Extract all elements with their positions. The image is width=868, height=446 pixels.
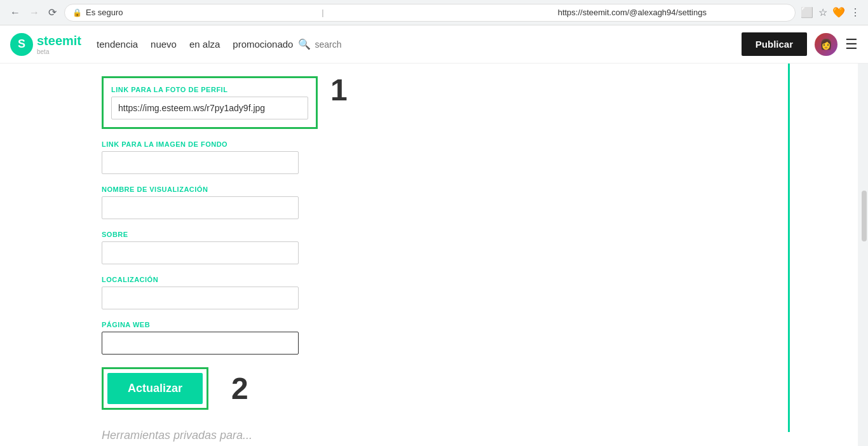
site-nav: S steemit beta tendencia nuevo en alza p… — [0, 25, 868, 64]
background-image-input[interactable] — [102, 151, 299, 174]
location-label: LOCALIZACIÓN — [102, 276, 718, 283]
browser-chrome: ← → ⟳ 🔒 Es seguro | https://steemit.com/… — [0, 0, 868, 25]
avatar[interactable]: 👩 — [815, 33, 837, 56]
nav-en-alza[interactable]: en alza — [189, 39, 220, 50]
search-input[interactable] — [315, 39, 365, 50]
back-button[interactable]: ← — [8, 6, 23, 20]
background-image-section: LINK PARA LA IMAGEN DE FONDO — [102, 140, 718, 174]
scrollbar-thumb[interactable] — [862, 191, 867, 241]
profile-photo-highlight: LINK PARA LA FOTO DE PERFIL — [102, 76, 318, 129]
about-input[interactable] — [102, 241, 299, 264]
right-sidebar — [756, 64, 858, 446]
display-name-label: NOMBRE DE VISUALIZACIÓN — [102, 186, 718, 193]
profile-photo-input[interactable] — [111, 97, 308, 119]
profile-photo-label: LINK PARA LA FOTO DE PERFIL — [111, 86, 308, 93]
update-button[interactable]: Actualizar — [107, 373, 203, 404]
display-name-section: NOMBRE DE VISUALIZACIÓN — [102, 186, 718, 219]
url-text: Es seguro — [86, 8, 315, 17]
logo-name: steemit — [37, 34, 81, 48]
location-input[interactable] — [102, 287, 299, 309]
about-section: SOBRE — [102, 231, 718, 264]
scrollbar-area[interactable] — [858, 64, 868, 446]
nav-links: tendencia nuevo en alza promocionado — [97, 39, 293, 50]
publish-button[interactable]: Publicar — [742, 32, 807, 56]
nav-tendencia[interactable]: tendencia — [97, 39, 138, 50]
about-label: SOBRE — [102, 231, 718, 238]
forward-button[interactable]: → — [27, 6, 42, 20]
footer-text: Herramientas privadas para... — [102, 429, 718, 442]
website-label: PÁGINA WEB — [102, 321, 718, 328]
site-logo: S steemit beta — [10, 33, 81, 56]
menu-icon[interactable]: ⋮ — [850, 6, 860, 18]
profile-photo-section: LINK PARA LA FOTO DE PERFIL — [102, 76, 318, 140]
location-section: LOCALIZACIÓN — [102, 276, 718, 309]
profile-photo-row: LINK PARA LA FOTO DE PERFIL 1 — [102, 76, 718, 140]
url-separator: | — [322, 8, 551, 17]
nav-buttons: ← → ⟳ — [8, 5, 59, 20]
avatar-image: 👩 — [815, 33, 837, 56]
bookmark-icon[interactable]: ☆ — [818, 6, 827, 18]
search-icon: 🔍 — [298, 38, 311, 50]
url-address: https://steemit.com/@alexagh94/settings — [558, 8, 787, 17]
logo-beta: beta — [37, 48, 81, 55]
address-bar[interactable]: 🔒 Es seguro | https://steemit.com/@alexa… — [64, 4, 796, 22]
step1-number: 1 — [330, 72, 348, 107]
website-input[interactable] — [102, 332, 299, 355]
hamburger-button[interactable]: ☰ — [845, 36, 858, 53]
lock-icon: 🔒 — [72, 8, 82, 17]
teal-line — [788, 64, 790, 432]
website-section: PÁGINA WEB — [102, 321, 718, 355]
update-button-wrapper: Actualizar — [102, 367, 208, 410]
background-image-label: LINK PARA LA IMAGEN DE FONDO — [102, 140, 718, 148]
display-name-input[interactable] — [102, 196, 299, 219]
settings-panel: LINK PARA LA FOTO DE PERFIL 1 LINK PARA … — [0, 64, 756, 446]
step2-number: 2 — [231, 371, 248, 406]
browser-actions: ⬜ ☆ 🧡 ⋮ — [801, 6, 860, 18]
nav-promocionado[interactable]: promocionado — [233, 39, 293, 50]
main-content: LINK PARA LA FOTO DE PERFIL 1 LINK PARA … — [0, 64, 868, 446]
screenshot-icon[interactable]: ⬜ — [801, 6, 813, 18]
nav-search: 🔍 — [298, 38, 365, 50]
nav-nuevo[interactable]: nuevo — [151, 39, 177, 50]
user-extension-icon[interactable]: 🧡 — [832, 6, 845, 18]
reload-button[interactable]: ⟳ — [46, 5, 59, 20]
logo-circle: S — [10, 33, 33, 56]
update-section: Actualizar 2 — [102, 367, 718, 410]
logo-text: steemit beta — [37, 34, 81, 55]
